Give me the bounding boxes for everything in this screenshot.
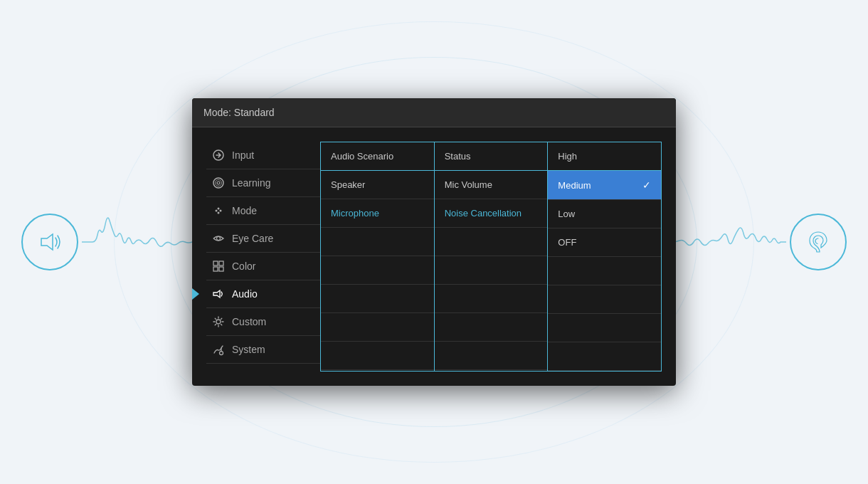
content-panels: Audio Scenario Speaker Microphone Status… — [320, 142, 662, 372]
speaker-icon-circle — [21, 214, 78, 270]
panel3-row-7 — [548, 342, 661, 371]
panel-audio-scenario: Audio Scenario Speaker Microphone — [321, 142, 435, 371]
sidebar-item-eyecare[interactable]: Eye Care — [206, 225, 320, 253]
panel3-row-4 — [548, 257, 661, 285]
checkmark-icon: ✓ — [642, 179, 651, 191]
ear-icon-circle — [790, 214, 847, 270]
mode-icon — [212, 204, 225, 217]
settings-dialog: Mode: Standard Input Learning — [192, 98, 676, 386]
panel3-row-5 — [548, 285, 661, 314]
svg-point-6 — [218, 208, 220, 210]
sidebar-custom-label: Custom — [232, 316, 266, 327]
panel2-header: Status — [435, 142, 548, 171]
sidebar-item-audio[interactable]: Audio — [206, 280, 320, 308]
panel2-row-3 — [435, 228, 548, 256]
sidebar-item-custom[interactable]: Custom — [206, 308, 320, 336]
svg-point-15 — [216, 320, 221, 324]
panel1-row-3 — [321, 228, 434, 256]
sidebar: Input Learning Mode — [206, 142, 320, 372]
sidebar-item-system[interactable]: System — [206, 336, 320, 364]
panel1-row-4 — [321, 256, 434, 285]
input-icon — [212, 149, 225, 162]
panel2-row-6 — [435, 313, 548, 342]
panel2-row-noise-cancellation[interactable]: Noise Cancellation — [435, 199, 548, 228]
panel-options: High Medium ✓ Low OFF — [548, 142, 661, 371]
title-bar: Mode: Standard — [192, 98, 676, 127]
panel1-row-speaker[interactable]: Speaker — [321, 171, 434, 199]
audio-icon — [212, 288, 225, 300]
sidebar-system-label: System — [232, 344, 265, 355]
learning-icon — [212, 177, 225, 189]
sidebar-mode-label: Mode — [232, 205, 257, 216]
mode-label: Mode: Standard — [203, 107, 275, 118]
panel3-header: High — [548, 142, 661, 171]
sidebar-item-color[interactable]: Color — [206, 253, 320, 280]
waveform-left — [82, 214, 196, 270]
sidebar-input-label: Input — [232, 149, 254, 161]
svg-point-8 — [218, 212, 220, 214]
color-icon — [212, 260, 225, 273]
panel3-option-low[interactable]: Low — [548, 200, 661, 228]
panel3-option-off[interactable]: OFF — [548, 228, 661, 257]
panel1-header: Audio Scenario — [321, 142, 434, 171]
custom-icon — [212, 315, 225, 328]
svg-point-16 — [220, 352, 223, 355]
svg-point-5 — [216, 210, 218, 212]
panel1-row-5 — [321, 285, 434, 313]
sidebar-item-learning[interactable]: Learning — [206, 169, 320, 197]
svg-rect-10 — [213, 261, 218, 265]
svg-rect-13 — [219, 267, 223, 271]
panel3-row-6 — [548, 314, 661, 342]
svg-point-4 — [216, 180, 222, 186]
sidebar-eyecare-label: Eye Care — [232, 233, 273, 244]
svg-marker-14 — [213, 290, 220, 298]
panel-status: Status Mic Volume Noise Cancellation — [435, 142, 549, 371]
sidebar-item-input[interactable]: Input — [206, 142, 320, 169]
panel2-row-7 — [435, 342, 548, 370]
svg-rect-11 — [219, 261, 223, 265]
sidebar-learning-label: Learning — [232, 177, 271, 189]
sidebar-item-mode[interactable]: Mode — [206, 197, 320, 225]
svg-rect-12 — [213, 267, 218, 271]
svg-point-3 — [217, 182, 220, 184]
svg-marker-0 — [41, 234, 53, 250]
sidebar-audio-label: Audio — [232, 288, 258, 300]
eyecare-icon — [212, 232, 225, 245]
panel1-row-7 — [321, 342, 434, 370]
sidebar-color-label: Color — [232, 261, 255, 272]
panel1-row-6 — [321, 313, 434, 342]
panel2-row-mic-volume[interactable]: Mic Volume — [435, 171, 548, 199]
waveform-right — [672, 214, 786, 270]
panel2-row-5 — [435, 285, 548, 313]
svg-point-7 — [220, 210, 222, 212]
system-icon — [212, 343, 225, 356]
panel3-option-medium[interactable]: Medium ✓ — [548, 171, 661, 200]
panel2-row-4 — [435, 256, 548, 285]
panel1-row-microphone[interactable]: Microphone — [321, 199, 434, 228]
svg-point-9 — [217, 237, 221, 241]
